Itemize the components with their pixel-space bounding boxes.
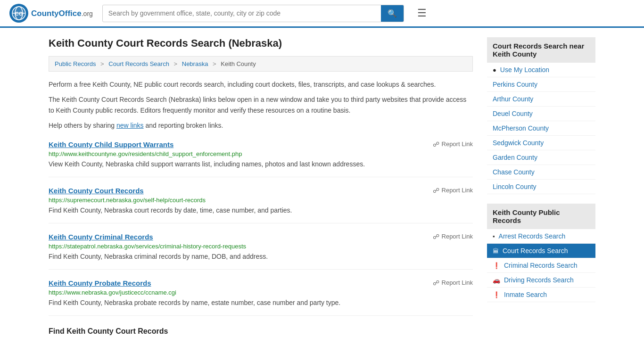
nearby-county-link-4[interactable]: Sedgwick County bbox=[493, 139, 544, 147]
breadcrumb-sep-2: > bbox=[174, 60, 178, 67]
public-records-icon-1: 🏛 bbox=[493, 247, 499, 255]
find-section-title: Find Keith County Court Records bbox=[49, 327, 473, 336]
public-records-item-2[interactable]: ❗ Criminal Records Search bbox=[487, 258, 595, 273]
report-icon-0: ☍ bbox=[433, 140, 439, 148]
record-entry-2: Keith County Criminal Records ☍ Report L… bbox=[49, 233, 473, 270]
public-records-item-4[interactable]: ❗ Inmate Search bbox=[487, 288, 595, 302]
record-desc-3: Find Keith County, Nebraska probate reco… bbox=[49, 298, 473, 308]
desc-para-3-pre: Help others by sharing bbox=[49, 122, 116, 129]
breadcrumb-sep-3: > bbox=[213, 60, 216, 67]
report-link-label-0: Report Link bbox=[442, 140, 473, 148]
record-title-1[interactable]: Keith County Court Records bbox=[49, 187, 144, 195]
breadcrumb-public-records[interactable]: Public Records bbox=[55, 60, 96, 67]
search-button[interactable]: 🔍 bbox=[381, 5, 404, 22]
nearby-section: Court Records Search near Keith County ●… bbox=[487, 37, 595, 194]
use-my-location[interactable]: ● Use My Location bbox=[487, 63, 595, 77]
breadcrumb-court-records[interactable]: Court Records Search bbox=[108, 60, 169, 67]
use-my-location-link[interactable]: Use My Location bbox=[500, 66, 549, 74]
record-title-0[interactable]: Keith County Child Support Warrants bbox=[49, 140, 173, 148]
desc-para-2: The Keith County Court Records Search (N… bbox=[49, 94, 473, 115]
record-header-0: Keith County Child Support Warrants ☍ Re… bbox=[49, 140, 473, 148]
nearby-county-4[interactable]: Sedgwick County bbox=[487, 136, 595, 150]
record-desc-2: Find Keith County, Nebraska criminal rec… bbox=[49, 252, 473, 262]
header: CO CountyOffice.org 🔍 ☰ bbox=[0, 0, 644, 28]
svg-text:CO: CO bbox=[15, 11, 23, 16]
report-link-3[interactable]: ☍ Report Link bbox=[433, 279, 473, 287]
nearby-county-7[interactable]: Lincoln County bbox=[487, 180, 595, 194]
nearby-county-1[interactable]: Arthur County bbox=[487, 92, 595, 107]
logo[interactable]: CO CountyOffice.org bbox=[9, 4, 93, 23]
record-desc-0: View Keith County, Nebraska child suppor… bbox=[49, 159, 473, 169]
nearby-county-0[interactable]: Perkins County bbox=[487, 77, 595, 92]
record-title-3[interactable]: Keith County Probate Records bbox=[49, 279, 151, 287]
breadcrumb-keith-county: Keith County bbox=[221, 60, 256, 67]
desc-para-3-post: and reporting broken links. bbox=[144, 122, 223, 129]
description: Perform a free Keith County, NE public c… bbox=[49, 79, 473, 131]
public-records-link-0[interactable]: Arrest Records Search bbox=[499, 232, 566, 240]
record-url-0[interactable]: http://www.keithcountyne.gov/residents/c… bbox=[49, 150, 473, 157]
record-url-1[interactable]: https://supremecourt.nebraska.gov/self-h… bbox=[49, 197, 473, 204]
logo-text: CountyOffice.org bbox=[31, 8, 93, 18]
public-records-link-3[interactable]: Driving Records Search bbox=[504, 276, 574, 284]
public-records-item-3[interactable]: 🚗 Driving Records Search bbox=[487, 273, 595, 288]
record-title-2[interactable]: Keith County Criminal Records bbox=[49, 233, 153, 241]
report-link-1[interactable]: ☍ Report Link bbox=[433, 187, 473, 194]
nearby-county-link-1[interactable]: Arthur County bbox=[493, 95, 533, 103]
report-icon-1: ☍ bbox=[433, 187, 439, 194]
nearby-county-3[interactable]: McPherson County bbox=[487, 121, 595, 136]
report-icon-3: ☍ bbox=[433, 279, 439, 287]
public-records-icon-4: ❗ bbox=[493, 291, 500, 298]
record-header-2: Keith County Criminal Records ☍ Report L… bbox=[49, 233, 473, 241]
nearby-county-2[interactable]: Deuel County bbox=[487, 107, 595, 121]
search-icon: 🔍 bbox=[388, 9, 397, 17]
record-url-3[interactable]: https://www.nebraska.gov/justicecc/ccnam… bbox=[49, 289, 473, 296]
new-links-link[interactable]: new links bbox=[116, 122, 144, 129]
desc-para-3: Help others by sharing new links and rep… bbox=[49, 120, 473, 131]
nearby-county-5[interactable]: Garden County bbox=[487, 150, 595, 165]
search-input[interactable] bbox=[103, 6, 381, 21]
record-entry-1: Keith County Court Records ☍ Report Link… bbox=[49, 187, 473, 223]
main-container: Keith County Court Records Search (Nebra… bbox=[39, 28, 605, 345]
report-link-0[interactable]: ☍ Report Link bbox=[433, 140, 473, 148]
public-records-items: ▪ Arrest Records Search 🏛 Court Records … bbox=[487, 229, 595, 302]
report-icon-2: ☍ bbox=[433, 233, 439, 240]
search-area: 🔍 bbox=[102, 5, 404, 22]
nearby-county-link-6[interactable]: Chase County bbox=[493, 168, 535, 176]
public-records-link-4[interactable]: Inmate Search bbox=[504, 291, 547, 298]
public-records-title: Keith County Public Records bbox=[487, 204, 595, 229]
public-records-icon-2: ❗ bbox=[493, 262, 500, 269]
record-header-3: Keith County Probate Records ☍ Report Li… bbox=[49, 279, 473, 287]
public-records-icon-3: 🚗 bbox=[493, 277, 500, 284]
content: Keith County Court Records Search (Nebra… bbox=[49, 37, 473, 336]
report-link-label-3: Report Link bbox=[442, 279, 473, 286]
location-icon: ● bbox=[493, 66, 496, 74]
report-link-2[interactable]: ☍ Report Link bbox=[433, 233, 473, 240]
nearby-title: Court Records Search near Keith County bbox=[487, 37, 595, 63]
nearby-county-link-0[interactable]: Perkins County bbox=[493, 81, 537, 88]
nearby-county-link-2[interactable]: Deuel County bbox=[493, 110, 533, 117]
record-entry-0: Keith County Child Support Warrants ☍ Re… bbox=[49, 140, 473, 177]
nearby-county-link-3[interactable]: McPherson County bbox=[493, 124, 549, 132]
nearby-county-link-5[interactable]: Garden County bbox=[493, 154, 537, 161]
records-list: Keith County Child Support Warrants ☍ Re… bbox=[49, 140, 473, 316]
report-link-label-2: Report Link bbox=[442, 233, 473, 240]
public-records-link-1[interactable]: Court Records Search bbox=[503, 247, 568, 255]
record-desc-1: Find Keith County, Nebraska court record… bbox=[49, 206, 473, 215]
menu-button[interactable]: ☰ bbox=[413, 5, 430, 21]
logo-icon: CO bbox=[9, 4, 28, 23]
desc-para-1: Perform a free Keith County, NE public c… bbox=[49, 79, 473, 90]
public-records-link-2[interactable]: Criminal Records Search bbox=[504, 262, 578, 269]
breadcrumb: Public Records > Court Records Search > … bbox=[49, 56, 473, 72]
public-records-item-0[interactable]: ▪ Arrest Records Search bbox=[487, 229, 595, 244]
breadcrumb-sep-1: > bbox=[100, 60, 104, 67]
page-title: Keith County Court Records Search (Nebra… bbox=[49, 37, 473, 49]
nearby-county-6[interactable]: Chase County bbox=[487, 165, 595, 180]
breadcrumb-nebraska[interactable]: Nebraska bbox=[182, 60, 208, 67]
nearby-county-link-7[interactable]: Lincoln County bbox=[493, 183, 537, 190]
public-records-item-1[interactable]: 🏛 Court Records Search bbox=[487, 244, 595, 258]
public-records-icon-0: ▪ bbox=[493, 233, 495, 240]
record-header-1: Keith County Court Records ☍ Report Link bbox=[49, 187, 473, 195]
record-url-2[interactable]: https://statepatrol.nebraska.gov/service… bbox=[49, 243, 473, 250]
nearby-counties: Perkins CountyArthur CountyDeuel CountyM… bbox=[487, 77, 595, 194]
report-link-label-1: Report Link bbox=[442, 187, 473, 194]
